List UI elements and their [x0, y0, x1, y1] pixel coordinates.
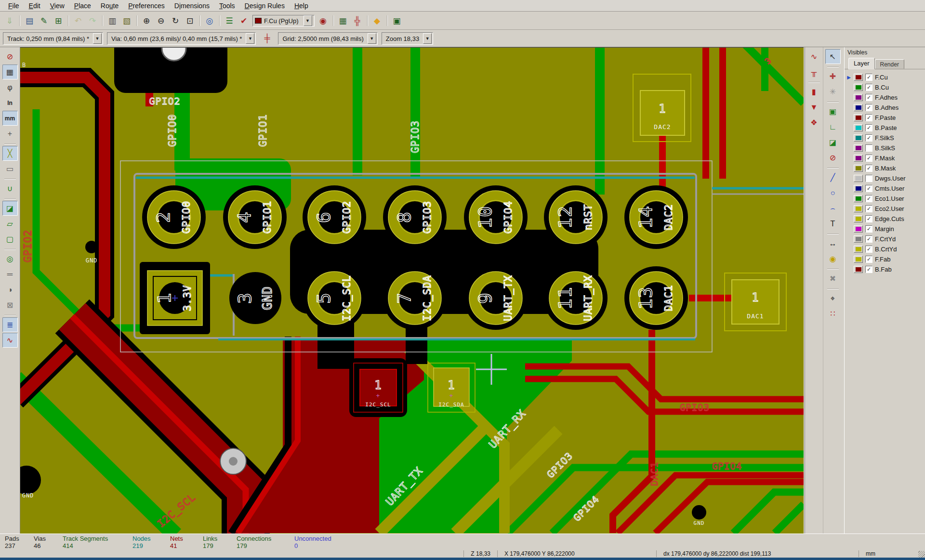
- highlight-net-tool[interactable]: ✚: [825, 69, 841, 84]
- layer-row-b-cu[interactable]: ✓B.Cu: [846, 82, 925, 92]
- menu-place[interactable]: Place: [70, 1, 95, 11]
- layer-color-swatch[interactable]: [854, 165, 863, 172]
- pcb-canvas[interactable]: 2GPIO04GPIO16GPIO28GPIO310GPIO412nRST14D…: [20, 47, 804, 534]
- pad-2[interactable]: 2GPIO0: [142, 185, 206, 249]
- via-display-button[interactable]: ◉: [317, 14, 330, 27]
- layer-visible-checkbox[interactable]: [865, 144, 872, 152]
- chevron-down-icon[interactable]: ▼: [93, 33, 102, 44]
- pad-12[interactable]: 12nRST: [544, 185, 608, 249]
- menu-design-rules[interactable]: Design Rules: [240, 1, 289, 11]
- layer-row-margin[interactable]: ✓Margin: [846, 224, 925, 234]
- layer-row-f-cu[interactable]: ▶✓F.Cu: [846, 72, 925, 82]
- footprint-editor-button[interactable]: ✎: [37, 14, 51, 27]
- pad-5[interactable]: 5I2C_SCL: [303, 266, 366, 330]
- add-target-tool[interactable]: ◉: [825, 251, 841, 266]
- layer-color-swatch[interactable]: [854, 74, 863, 81]
- layer-visible-checkbox[interactable]: ✓: [865, 215, 872, 222]
- chevron-down-icon[interactable]: ▼: [246, 33, 254, 44]
- add-line-tool[interactable]: ╱: [825, 170, 841, 185]
- add-keepout-tool[interactable]: ⊘: [825, 150, 841, 165]
- zoom-combo[interactable]: Zoom 18,33 ▼: [382, 32, 433, 45]
- track-width-combo[interactable]: Track: 0,250 mm (9,84 mils) * ▼: [3, 32, 103, 45]
- mw-arc-stub-tool[interactable]: ▼: [806, 100, 822, 115]
- freeroute-button[interactable]: ◆: [370, 14, 384, 27]
- tab-render[interactable]: Render: [875, 59, 904, 69]
- grid-visibility-toggle[interactable]: ▦: [2, 65, 18, 79]
- layer-color-swatch[interactable]: [854, 104, 863, 111]
- layer-color-swatch[interactable]: [854, 205, 863, 212]
- add-footprint-tool[interactable]: ▣: [825, 104, 841, 119]
- pad-11[interactable]: 11UART_RX: [544, 266, 608, 330]
- layer-visible-checkbox[interactable]: ✓: [865, 155, 872, 162]
- layer-row-b-silks[interactable]: B.SilkS: [846, 143, 925, 153]
- polar-coords-toggle[interactable]: φ: [2, 80, 18, 95]
- menu-dimensions[interactable]: Dimensions: [170, 1, 214, 11]
- via-size-combo[interactable]: Via: 0,60 mm (23,6 mils)/ 0,40 mm (15,7 …: [107, 32, 256, 45]
- layer-visible-checkbox[interactable]: ✓: [865, 94, 872, 101]
- tab-layer[interactable]: Layer: [848, 58, 875, 69]
- layer-color-swatch[interactable]: [854, 114, 863, 121]
- pad-4[interactable]: 4GPIO1: [223, 185, 287, 249]
- layer-visible-checkbox[interactable]: ✓: [865, 195, 872, 202]
- module-ratsnest-toggle[interactable]: ▭: [2, 161, 18, 176]
- layer-color-swatch[interactable]: [854, 225, 863, 233]
- layer-row-dwgs-user[interactable]: Dwgs.User: [846, 173, 925, 183]
- undo-button[interactable]: ↶: [71, 14, 85, 27]
- chevron-down-icon[interactable]: ▼: [304, 15, 312, 26]
- menu-tools[interactable]: Tools: [215, 1, 239, 11]
- auto-delete-track-toggle[interactable]: ∪: [2, 181, 18, 196]
- layers-manager-toggle[interactable]: ≣: [2, 317, 18, 332]
- layer-visible-checkbox[interactable]: ✓: [865, 246, 872, 253]
- layer-visible-checkbox[interactable]: ✓: [865, 225, 872, 233]
- layer-row-cmts-user[interactable]: ✓Cmts.User: [846, 183, 925, 194]
- hide-tracks-toggle[interactable]: ⊠: [2, 298, 18, 313]
- layer-row-f-silks[interactable]: ✓F.SilkS: [846, 133, 925, 143]
- pad-3[interactable]: 3GND: [229, 272, 281, 324]
- zones-outline-toggle[interactable]: ▢: [2, 232, 18, 247]
- find-button[interactable]: ◎: [203, 14, 216, 27]
- layer-color-swatch[interactable]: [854, 124, 863, 131]
- menu-view[interactable]: View: [46, 1, 69, 11]
- menu-edit[interactable]: Edit: [25, 1, 45, 11]
- ratsnest-visibility-toggle[interactable]: ╳: [2, 146, 18, 161]
- menu-preferences[interactable]: Preferences: [124, 1, 169, 11]
- pad-10[interactable]: 10GPIO4: [464, 185, 528, 249]
- vias-sketch-toggle[interactable]: ◎: [2, 251, 18, 266]
- units-mm-toggle[interactable]: mm: [2, 111, 18, 126]
- high-contrast-toggle[interactable]: ◑: [2, 282, 18, 297]
- add-text-tool[interactable]: T: [825, 216, 841, 231]
- delete-tool[interactable]: ✖: [825, 271, 841, 286]
- layer-row-eco1-user[interactable]: ✓Eco1.User: [846, 194, 925, 204]
- pad-7[interactable]: 7I2C_SDA: [383, 266, 447, 330]
- select-tool[interactable]: ↖: [825, 49, 841, 64]
- print-button[interactable]: ▥: [106, 14, 119, 27]
- menu-help[interactable]: Help: [290, 1, 313, 11]
- zones-unfilled-toggle[interactable]: ▱: [2, 216, 18, 231]
- redo-button[interactable]: ↷: [86, 14, 99, 27]
- add-zone-tool[interactable]: ◪: [825, 135, 841, 150]
- layer-row-b-fab[interactable]: ✓B.Fab: [846, 264, 925, 274]
- redraw-button[interactable]: ↻: [169, 14, 182, 27]
- zoom-out-button[interactable]: ⊖: [154, 14, 168, 27]
- mw-stub-tool[interactable]: ▮: [806, 84, 822, 99]
- layer-color-swatch[interactable]: [854, 246, 863, 253]
- layer-visible-checkbox[interactable]: ✓: [865, 185, 872, 192]
- drc-off-toggle[interactable]: ⊘: [2, 49, 18, 64]
- track-mode-button[interactable]: ╬: [351, 14, 364, 27]
- microwave-toolbar-toggle[interactable]: ∿: [2, 333, 18, 348]
- layer-visible-checkbox[interactable]: ✓: [865, 256, 872, 263]
- layer-row-b-mask[interactable]: ✓B.Mask: [846, 163, 925, 173]
- drc-button[interactable]: ✔: [237, 14, 251, 27]
- layer-color-swatch[interactable]: [854, 94, 863, 101]
- layer-row-b-paste[interactable]: ✓B.Paste: [846, 123, 925, 133]
- pad-14[interactable]: 14DAC2: [624, 185, 688, 249]
- plot-button[interactable]: ▧: [120, 14, 133, 27]
- footprint-browser-button[interactable]: ⊞: [52, 14, 65, 27]
- save-board-button[interactable]: ⇓: [3, 14, 16, 27]
- layer-color-swatch[interactable]: [854, 144, 863, 152]
- page-settings-button[interactable]: ▤: [23, 14, 36, 27]
- grid-combo[interactable]: Grid: 2,5000 mm (98,43 mils) ▼: [278, 32, 377, 45]
- pad-6[interactable]: 6GPIO2: [303, 185, 366, 249]
- zoom-in-button[interactable]: ⊕: [140, 14, 153, 27]
- footprint-mode-button[interactable]: ▦: [336, 14, 350, 27]
